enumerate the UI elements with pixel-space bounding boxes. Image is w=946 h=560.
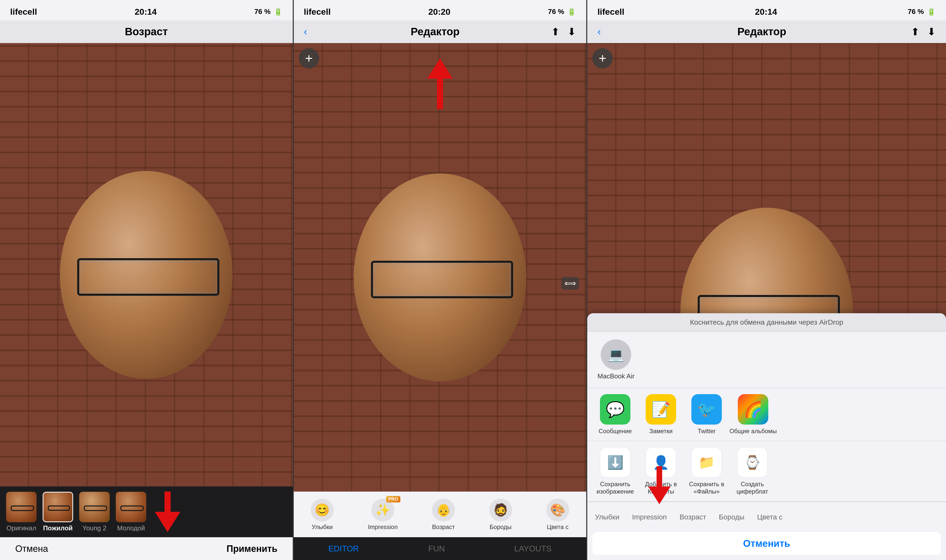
nav-bar-3: ‹ Редактор ⬆ ⬇: [587, 20, 946, 43]
tab-fun-2[interactable]: FUN: [428, 544, 445, 554]
save-image-icon: ⬇️: [600, 447, 630, 478]
battery-icon-1: 🔋: [274, 8, 282, 16]
colors-label: Цвета с: [547, 523, 569, 531]
tab-layouts-2[interactable]: LAYOUTS: [514, 544, 552, 554]
albums-app-icon: 🌈: [738, 394, 768, 425]
share-app-message[interactable]: 💬 Сообщение: [592, 394, 638, 435]
plus-button-2[interactable]: +: [299, 48, 319, 68]
cancel-button-1[interactable]: Отмена: [15, 543, 48, 554]
action-save-files[interactable]: 📁 Сохранить в «Файлы»: [684, 447, 730, 495]
filter-young2[interactable]: Young 2: [79, 492, 110, 532]
status-bar-3: lifecell 20:14 76 % 🔋: [587, 0, 946, 20]
cancel-share-button[interactable]: Отменить: [592, 532, 941, 555]
battery-3: 76 %: [907, 8, 924, 16]
smiles-label: Улыбки: [312, 523, 333, 531]
arrow-head-down: [155, 512, 180, 532]
nav-bar-1: Возраст: [0, 20, 293, 43]
photo-area-1: [0, 43, 293, 486]
action-save-image[interactable]: ⬇️ Сохранить изображение: [592, 447, 638, 495]
filter-thumb-elderly: [43, 492, 73, 522]
tool-smiles[interactable]: 😊 Улыбки: [311, 498, 333, 531]
bottom-tabs-2: EDITOR FUN LAYOUTS: [294, 537, 586, 560]
tool-smiles-3-label: Улыбки: [595, 513, 619, 521]
battery-1: 76 %: [255, 8, 271, 16]
carrier-3: lifecell: [597, 7, 624, 17]
share-actions-row: ⬇️ Сохранить изображение 👤 Добавить в Ко…: [587, 441, 946, 502]
back-button-2[interactable]: ‹: [304, 26, 319, 37]
airdrop-device-macbook[interactable]: 💻 MacBook Air: [597, 339, 634, 380]
status-icons-1: 76 % 🔋: [255, 8, 282, 16]
apply-button-1[interactable]: Применить: [227, 543, 277, 554]
status-bar-1: lifecell 20:14 76 % 🔋: [0, 0, 293, 20]
filter-young[interactable]: Молодой: [116, 492, 146, 532]
notes-app-label: Заметки: [649, 428, 673, 435]
filter-label-elderly: Пожилой: [43, 524, 73, 532]
filter-elderly[interactable]: Пожилой: [43, 492, 73, 532]
face-2: [294, 43, 586, 492]
photo-area-2: + ⟺: [294, 43, 586, 492]
tool-colors[interactable]: 🎨 Цвета с: [546, 498, 569, 531]
albums-app-label: Общие альбомы: [730, 428, 777, 435]
airdrop-device-label: MacBook Air: [597, 372, 634, 380]
share-icon-2[interactable]: ⬆: [551, 26, 560, 37]
toolbar-icons-2: 😊 Улыбки ✨ PRO Impression 👴 Возраст 🧔 Бо…: [294, 492, 586, 537]
notes-app-icon: 📝: [646, 394, 676, 425]
colors-icon: 🎨: [546, 498, 569, 522]
photo-area-3: + Коснитесь для обмена данными через Air…: [587, 43, 946, 560]
time-2: 20:20: [428, 7, 451, 17]
nav-title-3: Редактор: [613, 26, 911, 38]
download-icon-3[interactable]: ⬇: [927, 26, 936, 37]
carrier-1: lifecell: [10, 7, 37, 17]
watchface-icon: ⌚: [737, 447, 767, 478]
tool-age[interactable]: 👴 Возраст: [432, 498, 455, 531]
share-app-notes[interactable]: 📝 Заметки: [638, 394, 684, 435]
share-sheet-overlay: Коснитесь для обмена данными через AirDr…: [587, 68, 946, 560]
share-icon-3[interactable]: ⬆: [911, 26, 920, 37]
save-image-label: Сохранить изображение: [594, 481, 637, 495]
tab-editor-2[interactable]: EDITOR: [328, 544, 359, 554]
filter-strip-1: Оригинал Пожилой Young 2 Молодой: [0, 486, 293, 537]
tool-impression-3-label: Impression: [632, 513, 667, 521]
smiles-icon: 😊: [311, 498, 333, 522]
airdrop-hint: Коснитесь для обмена данными через AirDr…: [587, 313, 946, 332]
filter-thumb-young2: [79, 492, 110, 522]
action-bar-1: Отмена Применить: [0, 537, 293, 560]
action-watchface[interactable]: ⌚ Создать циферблат: [730, 447, 775, 495]
nav-icons-2: ⬆ ⬇: [551, 26, 576, 37]
resize-handle-2[interactable]: ⟺: [561, 277, 579, 290]
back-button-3[interactable]: ‹: [597, 26, 613, 37]
save-files-icon: 📁: [691, 447, 722, 478]
nav-icons-3: ⬆ ⬇: [911, 26, 936, 37]
twitter-app-label: Twitter: [698, 428, 716, 435]
filter-label-original: Оригинал: [6, 524, 36, 532]
age-label: Возраст: [432, 523, 455, 531]
impression-label: Impression: [368, 523, 398, 531]
tool-impression[interactable]: ✨ PRO Impression: [368, 498, 398, 531]
filter-thumb-original: [6, 492, 37, 522]
age-icon: 👴: [432, 498, 455, 522]
face-oval-2: [354, 174, 526, 382]
beards-icon: 🧔: [489, 498, 512, 522]
share-app-albums[interactable]: 🌈 Общие альбомы: [730, 394, 777, 435]
action-add-contact[interactable]: 👤 Добавить в Контакты: [638, 447, 684, 495]
status-icons-2: 76 % 🔋: [548, 8, 576, 16]
beards-label: Бороды: [489, 523, 512, 531]
plus-button-3[interactable]: +: [592, 48, 613, 68]
battery-2: 76 %: [548, 8, 564, 16]
save-files-label: Сохранить в «Файлы»: [685, 481, 728, 495]
watchface-label: Создать циферблат: [731, 481, 774, 495]
filter-label-young: Молодой: [117, 524, 145, 532]
arrow-shaft-up: [437, 78, 443, 109]
share-app-twitter[interactable]: 🐦 Twitter: [684, 394, 730, 435]
tool-colors-3-label: Цвета с: [757, 513, 782, 521]
status-icons-3: 76 % 🔋: [907, 8, 936, 16]
face-oval-1: [60, 171, 233, 379]
tool-age-3-label: Возраст: [679, 513, 706, 521]
filter-original[interactable]: Оригинал: [6, 492, 37, 532]
filter-label-young2: Young 2: [82, 524, 106, 532]
message-app-icon: 💬: [600, 394, 630, 425]
time-3: 20:14: [755, 7, 777, 17]
download-icon-2[interactable]: ⬇: [568, 26, 576, 37]
filter-thumb-young: [116, 492, 146, 522]
tool-beards[interactable]: 🧔 Бороды: [489, 498, 512, 531]
